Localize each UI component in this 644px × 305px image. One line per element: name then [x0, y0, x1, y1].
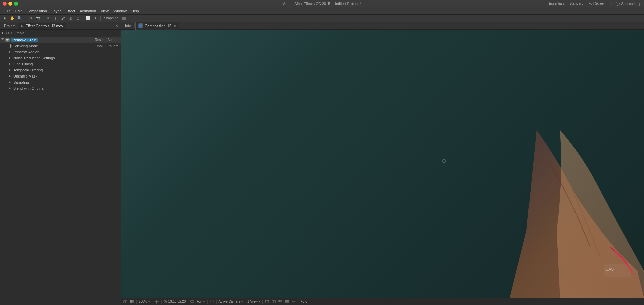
status-sep-9	[298, 300, 298, 304]
status-roi-button[interactable]	[210, 299, 214, 304]
sampling-label: Sampling	[13, 80, 29, 84]
views-value: 1 View	[247, 300, 258, 303]
status-layout-2[interactable]	[271, 299, 276, 304]
temporal-filtering-label: Temporal Filtering	[13, 68, 43, 72]
timecode-display[interactable]: 13:13:02:20	[164, 300, 186, 303]
effect-about-button[interactable]: About...	[108, 38, 119, 42]
noise-reduction-arrow[interactable]	[9, 57, 11, 59]
menu-effect[interactable]: Effect	[63, 8, 77, 14]
status-layout-5[interactable]: +	[291, 299, 296, 304]
tab-effect-controls[interactable]: fx Effect Controls H3.mov	[18, 23, 66, 29]
effect-name[interactable]: Remove Grain	[11, 38, 38, 42]
essentials-workspace-button[interactable]: Essentials	[548, 1, 566, 6]
quality-dropdown[interactable]: Full	[197, 300, 205, 303]
tool-rotate[interactable]: ↻	[27, 15, 33, 21]
status-ram-button[interactable]	[190, 299, 195, 304]
tool-zoom[interactable]: 🔍	[17, 15, 23, 21]
property-sampling[interactable]: Sampling	[0, 79, 121, 85]
status-layout-1[interactable]	[265, 299, 269, 304]
tab-composition[interactable]: Composition H3 ×	[135, 22, 179, 30]
status-snapshot-button[interactable]	[123, 299, 128, 304]
status-sep-5	[207, 300, 208, 304]
effect-controls-header: H3 > H3.mov	[0, 30, 121, 36]
tool-puppet[interactable]: ★	[92, 15, 98, 21]
menu-file[interactable]: File	[3, 8, 13, 14]
viewport-background: GAS	[121, 30, 644, 298]
tool-shape[interactable]: ⬜	[85, 15, 91, 21]
preview-region-arrow[interactable]	[9, 51, 11, 53]
views-dropdown[interactable]: 1 View	[247, 300, 260, 303]
quality-dropdown-arrow	[203, 301, 205, 302]
instrument-visual: GAS	[443, 130, 644, 298]
tool-text[interactable]: T	[52, 15, 58, 21]
menu-help[interactable]: Help	[129, 8, 141, 14]
svg-rect-12	[132, 302, 134, 303]
svg-line-17	[165, 302, 166, 302]
tool-arrow[interactable]	[2, 15, 8, 21]
standard-workspace-button[interactable]: Standard	[568, 1, 585, 6]
effect-list: fx Remove Grain Reset About... Viewing M…	[0, 36, 121, 305]
search-help-button[interactable]: Search Help	[616, 2, 641, 6]
maximize-window-button[interactable]	[14, 2, 18, 6]
composition-tab-close[interactable]: ×	[173, 24, 177, 28]
effect-expand-arrow[interactable]	[1, 38, 4, 42]
search-icon	[616, 2, 620, 6]
effect-remove-grain-header[interactable]: fx Remove Grain Reset About...	[0, 37, 121, 43]
viewing-mode-circle-icon[interactable]	[9, 44, 12, 48]
comp-label: H3	[124, 31, 128, 35]
view-mode-dropdown[interactable]: Active Camera	[219, 300, 243, 303]
fine-tuning-arrow[interactable]	[9, 63, 11, 65]
tab-project[interactable]: Project	[1, 23, 18, 29]
tool-brush[interactable]: 🖌	[60, 15, 66, 21]
tool-stamp[interactable]: ◫	[67, 15, 73, 21]
minimize-window-button[interactable]	[8, 2, 12, 6]
tool-pen[interactable]: ✒	[45, 15, 51, 21]
composition-icon	[138, 23, 143, 28]
panel-close-button[interactable]: ✕	[114, 24, 119, 28]
tab-info[interactable]: Info	[122, 22, 134, 30]
menu-window[interactable]: Window	[111, 8, 129, 14]
status-grid-button[interactable]	[154, 299, 159, 304]
exposure-value: +0.0	[301, 300, 307, 303]
svg-rect-23	[265, 300, 269, 303]
menu-view[interactable]: View	[99, 8, 111, 14]
blend-original-arrow[interactable]	[9, 87, 11, 90]
svg-text:+: +	[293, 300, 294, 302]
status-layout-3[interactable]	[278, 299, 283, 304]
content-tabs: Info Composition H3 ×	[121, 22, 644, 30]
tool-hand[interactable]: ✋	[9, 15, 15, 21]
menu-composition[interactable]: Composition	[25, 8, 49, 14]
property-temporal-filtering[interactable]: Temporal Filtering	[0, 67, 121, 73]
snapping-toggle[interactable]	[121, 15, 127, 21]
quality-value: Full	[197, 300, 202, 303]
property-fine-tuning[interactable]: Fine Tuning	[0, 61, 121, 67]
effect-reset-button[interactable]: Reset	[95, 38, 103, 42]
menu-edit[interactable]: Edit	[13, 8, 24, 14]
sampling-arrow[interactable]	[9, 81, 11, 84]
status-show-channel-button[interactable]	[130, 299, 134, 304]
zoom-dropdown[interactable]: 200%	[139, 300, 150, 303]
temporal-filtering-arrow[interactable]	[9, 69, 11, 71]
tool-eraser[interactable]: ◻	[75, 15, 81, 21]
search-help-label: Search Help	[621, 2, 641, 6]
status-layout-4[interactable]	[285, 299, 289, 304]
svg-rect-9	[130, 300, 132, 302]
close-window-button[interactable]	[3, 2, 7, 6]
unsharp-mask-arrow[interactable]	[9, 75, 11, 78]
property-preview-region[interactable]: Preview Region	[0, 49, 121, 55]
menu-layer[interactable]: Layer	[50, 8, 63, 14]
unsharp-mask-label: Unsharp Mask	[13, 74, 37, 78]
property-viewing-mode[interactable]: Viewing Mode Final Output	[0, 43, 121, 49]
property-blend-original[interactable]: Blend with Original	[0, 85, 121, 91]
property-noise-reduction[interactable]: Noise Reduction Settings	[0, 55, 121, 61]
fx-badge: fx	[5, 38, 10, 42]
composition-viewport[interactable]: H3	[121, 30, 644, 298]
menu-animation[interactable]: Animation	[78, 8, 98, 14]
fullscreen-workspace-button[interactable]: Full Screen	[587, 1, 607, 6]
svg-point-8	[125, 301, 126, 303]
status-sep-7	[245, 300, 245, 304]
property-unsharp-mask[interactable]: Unsharp Mask	[0, 73, 121, 79]
status-sep-2	[152, 300, 152, 304]
tool-camera[interactable]: 📷	[35, 15, 41, 21]
viewing-mode-value[interactable]: Final Output	[95, 44, 118, 48]
